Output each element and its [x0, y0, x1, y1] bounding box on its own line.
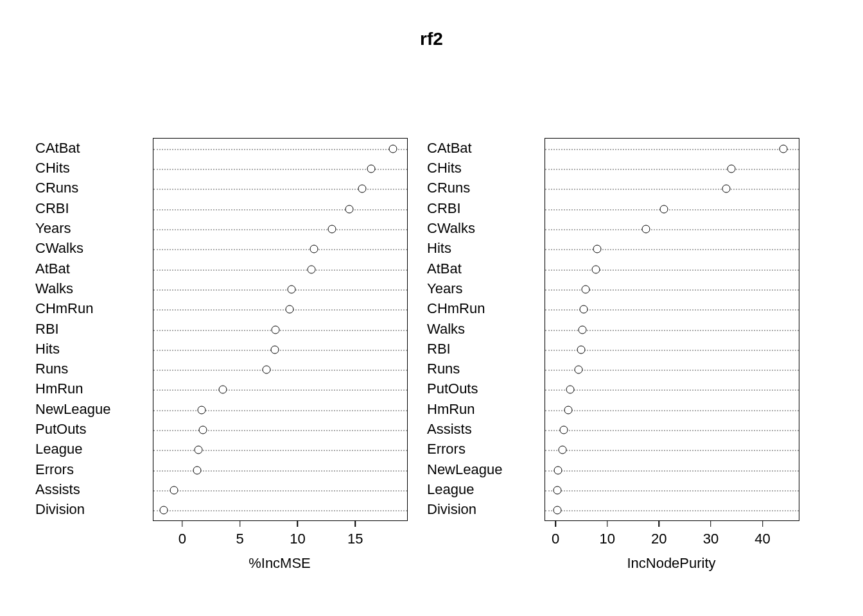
- variable-label: NewLeague: [35, 401, 148, 418]
- variable-label: Division: [427, 501, 539, 518]
- data-point: [262, 366, 270, 374]
- grid-line: [153, 370, 407, 371]
- variable-label: CHits: [427, 160, 539, 176]
- variable-label: Runs: [35, 361, 148, 377]
- grid-line: [153, 330, 407, 331]
- variable-label: CRBI: [35, 200, 148, 217]
- data-point: [307, 265, 315, 273]
- data-point: [722, 185, 731, 193]
- data-point: [660, 205, 668, 213]
- variable-label: Hits: [427, 240, 539, 257]
- data-point: [581, 285, 589, 293]
- data-point: [779, 144, 787, 153]
- grid-line: [153, 229, 407, 230]
- variable-label: CWalks: [427, 220, 539, 237]
- x-tick-label: 5: [236, 531, 244, 547]
- x-tick: [354, 521, 356, 527]
- variable-label: CHmRun: [427, 300, 539, 317]
- variable-label: Years: [427, 280, 539, 297]
- variable-label: Walks: [427, 321, 539, 338]
- data-point: [579, 305, 588, 314]
- grid-line: [153, 510, 407, 511]
- data-point: [577, 345, 586, 354]
- grid-line: [545, 370, 799, 371]
- x-tick: [240, 521, 241, 527]
- grid-line: [153, 450, 407, 451]
- grid-line: [545, 249, 799, 250]
- grid-line: [545, 229, 799, 230]
- x-tick: [762, 521, 763, 527]
- x-tick: [607, 521, 608, 527]
- data-point: [328, 225, 336, 233]
- grid-line: [545, 510, 799, 511]
- grid-line: [545, 450, 799, 451]
- right-panel: CAtBatCHitsCRunsCRBICWalksHitsAtBatYears…: [427, 0, 799, 616]
- left-plotbox: 051015: [153, 138, 408, 521]
- variable-label: Years: [35, 220, 148, 237]
- x-tick: [555, 521, 556, 527]
- data-point: [193, 466, 202, 474]
- x-tick: [182, 521, 183, 527]
- grid-line: [153, 490, 407, 492]
- variable-label: Division: [35, 501, 148, 518]
- variable-label: Hits: [35, 341, 148, 357]
- data-point: [593, 245, 601, 253]
- variable-label: RBI: [35, 321, 148, 338]
- grid-line: [153, 209, 407, 210]
- x-tick: [297, 521, 299, 527]
- data-point: [170, 486, 179, 495]
- variable-label: Assists: [35, 481, 148, 498]
- grid-line: [545, 389, 799, 391]
- data-point: [160, 506, 168, 515]
- variable-label: AtBat: [35, 261, 148, 277]
- grid-line: [545, 470, 799, 472]
- x-tick-label: 0: [552, 531, 559, 547]
- data-point: [358, 185, 366, 193]
- data-point: [198, 406, 206, 414]
- data-point: [553, 506, 561, 515]
- data-point: [285, 305, 293, 314]
- variable-label: HmRun: [35, 381, 148, 397]
- variable-label: PutOuts: [35, 421, 148, 438]
- data-point: [288, 285, 296, 293]
- variable-label: Errors: [35, 461, 148, 478]
- variable-label: CRBI: [427, 200, 539, 217]
- data-point: [559, 446, 567, 454]
- x-tick-label: 30: [703, 531, 719, 547]
- variable-label: CAtBat: [35, 140, 148, 157]
- data-point: [728, 164, 736, 173]
- grid-line: [153, 270, 407, 271]
- data-point: [218, 386, 227, 394]
- variable-label: League: [427, 481, 539, 498]
- left-xlabel: %IncMSE: [153, 555, 406, 572]
- x-tick: [659, 521, 660, 527]
- data-point: [270, 345, 279, 354]
- variable-label: CRuns: [427, 180, 539, 196]
- grid-line: [153, 470, 407, 472]
- data-point: [554, 466, 562, 474]
- grid-line: [545, 270, 799, 271]
- grid-line: [153, 149, 407, 150]
- variable-label: HmRun: [427, 401, 539, 418]
- variable-label: CAtBat: [427, 140, 539, 157]
- grid-line: [545, 149, 799, 150]
- grid-line: [153, 189, 407, 190]
- x-tick-label: 10: [599, 531, 615, 547]
- grid-line: [153, 430, 407, 431]
- right-xlabel: IncNodePurity: [545, 555, 798, 572]
- x-tick: [710, 521, 711, 527]
- right-plotbox: 010203040: [545, 138, 799, 521]
- variable-label: Errors: [427, 441, 539, 458]
- variable-label: League: [35, 441, 148, 458]
- variable-label: NewLeague: [427, 461, 539, 478]
- data-point: [560, 426, 568, 434]
- data-point: [199, 426, 207, 434]
- grid-line: [153, 410, 407, 411]
- data-point: [345, 205, 354, 213]
- grid-line: [153, 309, 407, 311]
- variable-label: Walks: [35, 280, 148, 297]
- left-panel: CAtBatCHitsCRunsCRBIYearsCWalksAtBatWalk…: [35, 0, 408, 616]
- data-point: [272, 325, 280, 334]
- variable-label: AtBat: [427, 261, 539, 277]
- grid-line: [153, 350, 407, 351]
